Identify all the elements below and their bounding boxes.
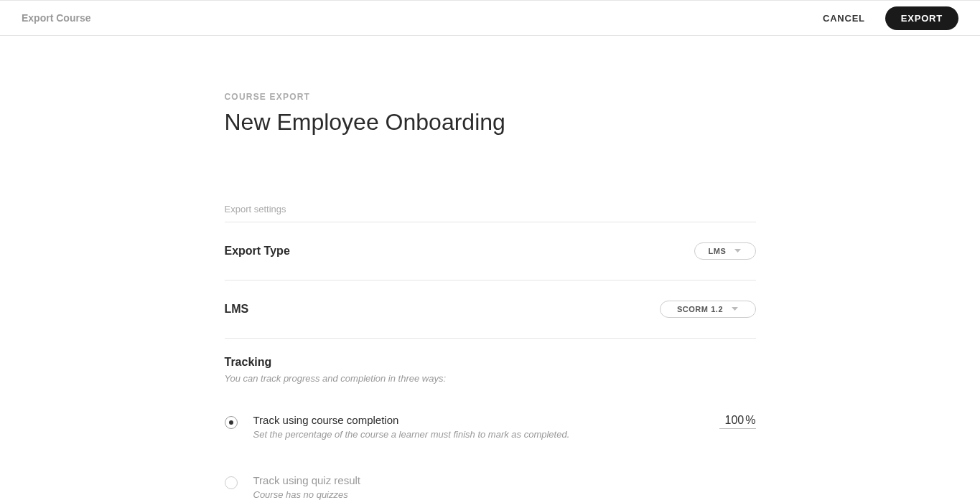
course-title: New Employee Onboarding (225, 109, 756, 136)
header-actions: CANCEL EXPORT (823, 6, 958, 30)
cancel-button[interactable]: CANCEL (823, 13, 865, 24)
completion-percent-input[interactable] (719, 414, 744, 427)
tracking-option-quiz: Track using quiz result Course has no qu… (225, 457, 756, 500)
chevron-down-icon (734, 249, 741, 253)
header-title: Export Course (22, 12, 90, 24)
option-desc: Set the percentage of the course a learn… (253, 429, 720, 440)
radio-completion[interactable] (225, 416, 238, 429)
export-type-row: Export Type LMS (225, 222, 756, 280)
export-type-value: LMS (709, 247, 727, 255)
option-text: Track using quiz result Course has no qu… (253, 474, 756, 500)
chevron-down-icon (732, 307, 738, 311)
completion-percent-field[interactable]: % (719, 414, 755, 429)
tracking-label: Tracking (225, 356, 756, 369)
header-bar: Export Course CANCEL EXPORT (0, 0, 980, 36)
percent-symbol: % (745, 414, 755, 427)
option-title: Track using quiz result (253, 474, 756, 486)
option-text: Track using course completion Set the pe… (253, 414, 720, 440)
export-button[interactable]: EXPORT (885, 6, 958, 30)
lms-value: SCORM 1.2 (677, 305, 723, 313)
lms-label: LMS (225, 303, 249, 316)
option-desc: Course has no quizzes (253, 489, 756, 500)
export-settings-label: Export settings (225, 204, 756, 222)
export-type-dropdown[interactable]: LMS (694, 242, 756, 260)
lms-dropdown[interactable]: SCORM 1.2 (660, 301, 756, 318)
tracking-block: Tracking You can track progress and comp… (225, 339, 756, 397)
lms-row: LMS SCORM 1.2 (225, 280, 756, 339)
tracking-subtext: You can track progress and completion in… (225, 373, 756, 384)
eyebrow-label: COURSE EXPORT (225, 92, 756, 102)
option-title: Track using course completion (253, 414, 720, 426)
export-type-label: Export Type (225, 245, 290, 258)
tracking-option-completion: Track using course completion Set the pe… (225, 397, 756, 457)
radio-quiz (225, 476, 238, 489)
content-area: COURSE EXPORT New Employee Onboarding Ex… (225, 36, 756, 500)
